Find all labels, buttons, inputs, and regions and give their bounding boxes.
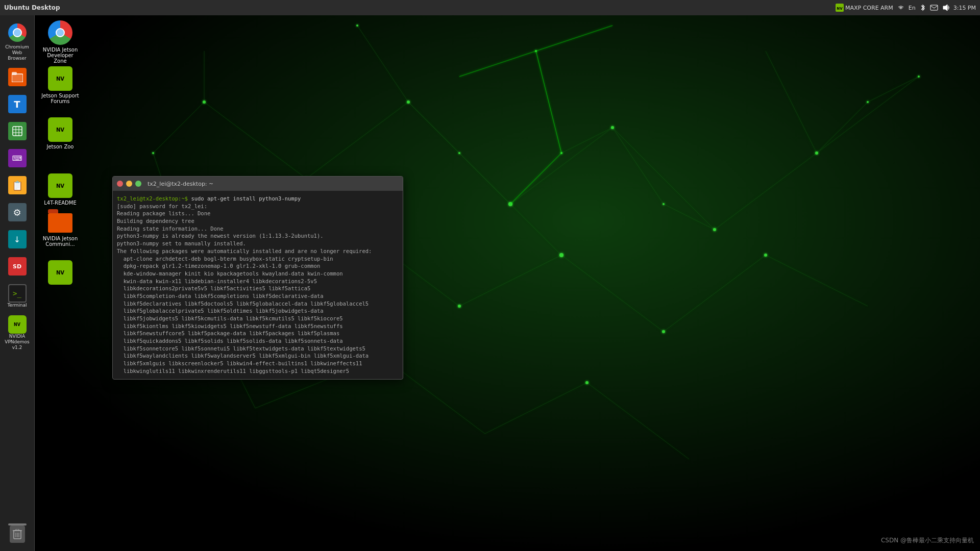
terminal-line-5: python3-numpy is already the newest vers… [117,232,399,240]
dock-item-spreadsheet[interactable] [2,119,33,145]
terminal-line-23: libkwinglutils11 libkwinxrenderutils11 l… [117,367,399,375]
email-icon [930,5,938,11]
taskbar-right: NV MAXP CORE ARM En [836,4,976,12]
desktop-nvidia-support-icon: NV [48,117,72,142]
terminal-line-19: libkf5quickaddons5 libkf5solids libkf5so… [117,337,399,345]
terminal-line-18: libkf5newstuffcore5 libkf5package-data l… [117,330,399,337]
terminal-line-21: libkf5waylandclients libkf5waylandserver… [117,352,399,360]
settings-svg-icon: ⚙ [13,207,21,218]
terminal-title: tx2_lei@tx2-desktop: ~ [148,181,213,187]
files-icon [8,68,27,86]
terminal-titlebar: tx2_lei@tx2-desktop: ~ [113,177,403,191]
chromium-label: Chromium Web Browser [3,44,32,61]
calc-icon: ⌨ [8,149,27,167]
trash-svg-icon [13,529,22,539]
desktop-l4t-icon [48,212,72,234]
install-svg-icon: ↓ [14,235,20,244]
terminal-content[interactable]: tx2_lei@tx2-desktop:~$ sudo apt-get inst… [113,191,403,379]
terminal-line-16: libkf5jobwidgets5 libkf5kcmutils-data li… [117,315,399,322]
svg-rect-62 [930,5,938,10]
dock-item-calc[interactable]: ⌨ [2,146,33,172]
terminal-line-10: kde-window-manager kinit kio kpackagetoo… [117,270,399,278]
wifi-icon [897,4,904,11]
desktop-nvidia-dev-icon: NV [48,66,72,91]
nvidia-tray-label: MAXP CORE ARM [845,5,893,11]
desktop-jetson-zoo-label: L4T-README [44,200,77,206]
svg-rect-67 [13,127,22,136]
terminal-line-22: libkf5xmlguis libkscreenlocker5 libkwin4… [117,360,399,367]
text-icon: T [8,95,27,113]
dock-item-notes[interactable]: 📋 [2,173,33,199]
terminal-line-2: Reading package lists... Done [117,210,399,217]
terminal-line-15: libkf5globalaccelprivate5 libkf5oldtimes… [117,307,399,315]
lang-label: En [909,5,916,11]
text-svg-icon: T [14,99,20,110]
bluetooth-icon [920,4,926,11]
terminal-label: Terminal [7,303,27,308]
terminal-app-icon: >_ [8,284,27,303]
sd-svg-icon: SD [13,263,21,270]
vpn-label: NVIDIA VPNdemos v1.2 [3,334,32,350]
svg-marker-63 [943,5,947,11]
sd-icon: SD [8,257,27,276]
taskbar-title: Ubuntu Desktop [4,4,60,11]
svg-text:NV: NV [837,7,843,11]
desktop-icon-nvidia-dev[interactable]: NV Jetson Support Forums [40,66,81,104]
chromium-icon-container [7,22,28,43]
desktop-icon-nvidia-community[interactable]: NV [40,260,81,287]
terminal-minimize-btn[interactable] [126,181,132,187]
terminal-line-7: The following packages were automaticall… [117,247,399,255]
settings-icon: ⚙ [8,203,27,221]
terminal-prompt-0: tx2_lei@tx2-desktop:~$ [117,195,191,202]
desktop-chromium-icon [48,20,72,45]
desktop-nvidia-community-icon: NV [48,260,72,285]
taskbar: Ubuntu Desktop NV MAXP CORE ARM En [0,0,980,15]
dock-item-text[interactable]: T [2,92,33,118]
desktop: Ubuntu Desktop NV MAXP CORE ARM En [0,0,980,551]
dock-item-terminal[interactable]: >_ Terminal [2,281,33,311]
terminal-line-20: libkf5sonnetcore5 libkf5sonnetui5 libkf5… [117,345,399,353]
terminal-line-13: libkf5completion-data libkf5completions … [117,292,399,300]
nvidia-tray: NV MAXP CORE ARM [836,4,893,12]
terminal-line-8: apt-clone archdetect-deb bogl-bterm busy… [117,255,399,263]
terminal-line-12: libkdecorations2private5v5 libkf5activit… [117,285,399,292]
svg-rect-66 [12,72,17,75]
watermark: CSDN @鲁棒最小二乘支持向量机 [881,536,974,545]
vpn-icon: NV [8,315,27,334]
volume-icon [942,4,949,11]
dock-item-sd[interactable]: SD [2,254,33,280]
time-tray: 3:15 PM [953,5,976,11]
terminal-line-0: tx2_lei@tx2-desktop:~$ sudo apt-get inst… [117,195,399,203]
email-tray [930,5,938,11]
lang-tray: En [909,5,916,11]
chromium-app-icon [8,23,27,42]
bluetooth-tray [920,4,926,11]
desktop-icon-nvidia-support[interactable]: NV Jetson Zoo [40,117,81,149]
terminal-maximize-btn[interactable] [135,181,141,187]
notes-icon: 📋 [8,176,27,194]
terminal-close-btn[interactable] [117,181,123,187]
dock-item-trash[interactable] [2,522,33,546]
dock-item-vpn[interactable]: NV NVIDIA VPNdemos v1.2 [2,312,33,353]
dock-item-install[interactable]: ↓ [2,227,33,253]
desktop-nvidia-dev-label: Jetson Support Forums [40,93,81,104]
dock-item-settings[interactable]: ⚙ [2,200,33,226]
terminal-line-11: kwin-data kwin-x11 libdebian-installer4 … [117,278,399,285]
dock-item-chromium[interactable]: Chromium Web Browser [2,19,33,64]
watermark-text: CSDN @鲁棒最小二乘支持向量机 [881,537,974,544]
terminal-line-17: libkf5kiontlms libkf5kiowidgets5 libkf5n… [117,322,399,330]
svg-rect-74 [16,529,19,531]
terminal-cmd-0: sudo apt-get install python3-numpy [191,195,301,202]
install-icon: ↓ [8,230,27,248]
terminal-glyph: >_ [13,289,21,297]
spreadsheet-icon [8,122,27,140]
wifi-tray [897,4,904,11]
desktop-icon-chromium[interactable]: NVIDIA Jetson Developer Zone [40,20,81,64]
dock: Chromium Web Browser T [0,15,35,551]
taskbar-left: Ubuntu Desktop [4,4,60,11]
desktop-icon-l4t[interactable]: NVIDIA Jetson Communi... [40,209,81,247]
dock-item-files[interactable] [2,65,33,91]
notes-svg-icon: 📋 [12,180,23,191]
svg-rect-64 [12,74,23,82]
desktop-icon-jetson-zoo[interactable]: NV L4T-README [40,173,81,206]
